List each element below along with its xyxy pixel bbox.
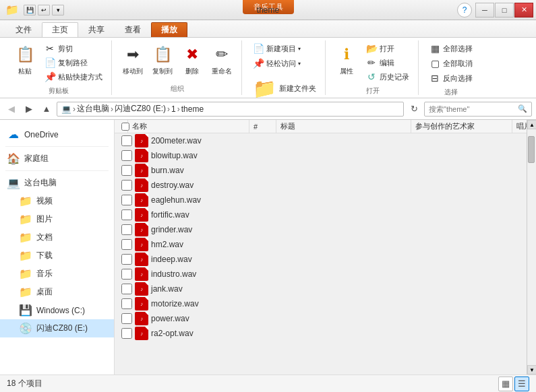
file-checkbox[interactable] bbox=[121, 135, 132, 146]
vertical-scrollbar[interactable]: ▲ ▼ bbox=[527, 120, 536, 374]
tab-home[interactable]: 主页 bbox=[42, 22, 78, 37]
maximize-button[interactable]: □ bbox=[495, 3, 514, 18]
up-button[interactable]: ▲ bbox=[39, 102, 54, 117]
file-checkbox[interactable] bbox=[121, 313, 132, 324]
sidebar-item-music[interactable]: 📁 音乐 bbox=[0, 265, 114, 283]
minimize-button[interactable]: ─ bbox=[475, 3, 494, 18]
col-header-check[interactable] bbox=[117, 120, 128, 133]
tab-playback[interactable]: 播放 bbox=[151, 22, 187, 37]
rename-button[interactable]: ✏ 重命名 bbox=[208, 42, 236, 78]
file-row[interactable]: ♪ industro.wav bbox=[115, 267, 527, 282]
file-row[interactable]: ♪ 200meter.wav bbox=[115, 133, 527, 148]
sidebar-item-onedrive[interactable]: ☁ OneDrive bbox=[0, 125, 114, 143]
file-row[interactable]: ♪ motorize.wav bbox=[115, 296, 527, 311]
col-header-title[interactable]: 标题 bbox=[276, 120, 411, 133]
history-button[interactable]: ↺ 历史记录 bbox=[362, 70, 413, 84]
quick-more-btn[interactable]: ▾ bbox=[52, 5, 64, 15]
address-box[interactable]: 💻 › 这台电脑 › 闪迪CZ80 (E:) › 1 › theme bbox=[57, 102, 404, 117]
quick-undo-btn[interactable]: ↩ bbox=[38, 5, 50, 15]
col-header-album[interactable]: 唱片集 bbox=[512, 120, 527, 133]
file-checkbox[interactable] bbox=[121, 165, 132, 176]
refresh-button[interactable]: ↻ bbox=[407, 102, 421, 117]
sidebar-item-pictures[interactable]: 📁 图片 bbox=[0, 210, 114, 228]
file-checkbox[interactable] bbox=[121, 254, 132, 265]
file-row[interactable]: ♪ grinder.wav bbox=[115, 222, 527, 237]
quick-save-btn[interactable]: 💾 bbox=[24, 5, 36, 15]
file-list-container[interactable]: ♪ 200meter.wav ♪ blowitup.wav ♪ burn.wav bbox=[115, 133, 527, 374]
file-checkbox[interactable] bbox=[121, 209, 132, 220]
tab-view[interactable]: 查看 bbox=[115, 22, 151, 37]
file-row[interactable]: ♪ power.wav bbox=[115, 311, 527, 326]
tab-share[interactable]: 共享 bbox=[78, 22, 115, 37]
scroll-thumb[interactable] bbox=[528, 136, 535, 163]
col-header-name[interactable]: 名称 bbox=[128, 120, 249, 133]
file-checkbox[interactable] bbox=[121, 180, 132, 191]
search-box[interactable]: 🔍 bbox=[424, 102, 532, 117]
file-checkbox[interactable] bbox=[121, 195, 132, 205]
close-button[interactable]: ✕ bbox=[514, 3, 533, 18]
new-folder-button[interactable]: 📁 新建文件夹 bbox=[249, 74, 320, 102]
list-view-button[interactable]: ▦ bbox=[498, 377, 513, 391]
sidebar-item-documents[interactable]: 📁 文档 bbox=[0, 228, 114, 247]
cut-button[interactable]: ✂ 剪切 bbox=[40, 42, 106, 55]
file-checkbox[interactable] bbox=[121, 269, 132, 280]
sidebar-item-this-pc[interactable]: 💻 这台电脑 bbox=[0, 174, 114, 192]
easy-access-button[interactable]: 📌 轻松访问 ▾ bbox=[249, 57, 304, 70]
file-row[interactable]: ♪ eaglehun.wav bbox=[115, 193, 527, 207]
forward-button[interactable]: ▶ bbox=[22, 102, 36, 117]
new-item-button[interactable]: 📄 新建项目 ▾ bbox=[249, 42, 304, 55]
col-header-num[interactable]: # bbox=[249, 120, 276, 133]
wav-icon: ♪ bbox=[135, 327, 148, 340]
sidebar-item-videos[interactable]: 📁 视频 bbox=[0, 192, 114, 210]
file-row[interactable]: ♪ indeep.wav bbox=[115, 252, 527, 267]
path-part-theme: theme bbox=[181, 104, 204, 114]
select-none-button[interactable]: ▢ 全部取消 bbox=[425, 57, 476, 70]
file-row[interactable]: ♪ ra2-opt.wav bbox=[115, 326, 527, 341]
sidebar-item-windows-c[interactable]: 💾 Windows (C:) bbox=[0, 301, 114, 319]
file-checkbox[interactable] bbox=[121, 239, 132, 250]
delete-button[interactable]: ✖ 删除 bbox=[178, 42, 206, 78]
sidebar-item-homegroup[interactable]: 🏠 家庭组 bbox=[0, 150, 114, 168]
wav-file-icon: ♪ bbox=[135, 282, 148, 296]
ribbon-body: 📋 粘贴 ✂ 剪切 📄 复制路径 📌 粘贴快捷方式 剪贴板 bbox=[0, 38, 536, 98]
sidebar-item-downloads[interactable]: 📁 下载 bbox=[0, 247, 114, 265]
wav-file-icon: ♪ bbox=[135, 164, 148, 177]
back-button[interactable]: ◀ bbox=[4, 102, 19, 117]
tab-file[interactable]: 文件 bbox=[5, 22, 42, 37]
file-row[interactable]: ♪ jank.wav bbox=[115, 282, 527, 296]
file-checkbox[interactable] bbox=[121, 298, 132, 309]
open-button[interactable]: 📂 打开 bbox=[362, 42, 413, 55]
folder-icon-videos: 📁 bbox=[19, 195, 32, 207]
file-row[interactable]: ♪ burn.wav bbox=[115, 163, 527, 178]
help-button[interactable]: ? bbox=[457, 3, 472, 18]
file-row[interactable]: ♪ hm2.wav bbox=[115, 237, 527, 252]
file-checkbox[interactable] bbox=[121, 150, 132, 161]
invert-button[interactable]: ⊟ 反向选择 bbox=[425, 71, 476, 85]
select-all-button[interactable]: ▦ 全部选择 bbox=[425, 42, 476, 55]
file-checkbox[interactable] bbox=[121, 284, 132, 294]
file-row[interactable]: ♪ fortific.wav bbox=[115, 207, 527, 222]
scroll-track[interactable] bbox=[527, 129, 536, 365]
copy-path-button[interactable]: 📄 复制路径 bbox=[40, 56, 106, 69]
file-row[interactable]: ♪ blowitup.wav bbox=[115, 148, 527, 163]
new-item-arrow: ▾ bbox=[298, 46, 301, 52]
file-row[interactable]: ♪ destroy.wav bbox=[115, 178, 527, 193]
paste-shortcut-button[interactable]: 📌 粘贴快捷方式 bbox=[40, 70, 106, 84]
sidebar-item-desktop[interactable]: 📁 桌面 bbox=[0, 283, 114, 301]
edit-button[interactable]: ✏ 编辑 bbox=[362, 56, 413, 69]
move-to-button[interactable]: ➡ 移动到 bbox=[119, 42, 147, 78]
new-item-label: 新建项目 bbox=[266, 44, 296, 54]
file-checkbox[interactable] bbox=[121, 224, 132, 235]
delete-icon: ✖ bbox=[181, 44, 203, 65]
sidebar-item-sandisk-e[interactable]: 💿 闪迪CZ80 (E:) bbox=[0, 319, 114, 337]
search-input[interactable] bbox=[429, 105, 515, 113]
scroll-up-button[interactable]: ▲ bbox=[527, 120, 536, 129]
col-header-artist[interactable]: 参与创作的艺术家 bbox=[411, 120, 512, 133]
properties-button[interactable]: ℹ 属性 bbox=[332, 42, 361, 78]
scroll-down-button[interactable]: ▼ bbox=[527, 365, 536, 374]
detail-view-button[interactable]: ☰ bbox=[514, 377, 529, 391]
properties-icon: ℹ bbox=[336, 44, 357, 65]
file-checkbox[interactable] bbox=[121, 328, 132, 339]
copy-to-button[interactable]: 📋 复制到 bbox=[148, 42, 177, 78]
paste-button[interactable]: 📋 粘贴 bbox=[11, 42, 39, 78]
